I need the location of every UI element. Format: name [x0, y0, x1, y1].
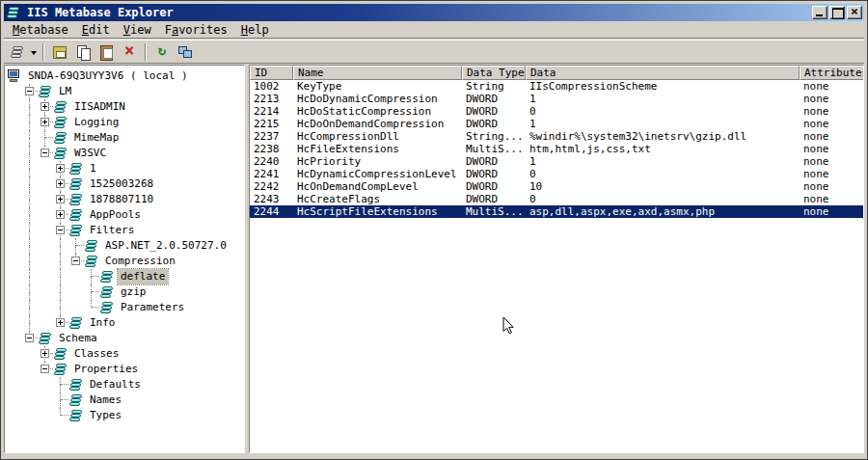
key-icon — [68, 208, 83, 222]
tree-guide — [53, 284, 68, 300]
column-header-name[interactable]: Name — [293, 66, 462, 80]
cell-name: HcOnDemandCompLevel — [293, 180, 462, 193]
cell-data-type: DWORD — [462, 193, 526, 205]
refresh-button[interactable] — [150, 41, 174, 63]
tree-item-logging[interactable]: Logging — [7, 115, 244, 130]
menu-edit[interactable]: Edit — [75, 22, 117, 38]
tree-connector — [53, 223, 68, 238]
menu-help[interactable]: Help — [234, 22, 276, 38]
paste-button[interactable] — [95, 41, 118, 63]
list-row-2213[interactable]: 2213HcDoDynamicCompressionDWORD1none — [250, 93, 864, 105]
list-row-2240[interactable]: 2240HcPriorityDWORD1none — [250, 155, 864, 168]
tree-item-info[interactable]: Info — [7, 315, 244, 331]
dropdown-arrow-icon[interactable] — [31, 51, 37, 58]
tree-guide — [53, 300, 68, 315]
tree-item-snda-69q3uyy3v6-local[interactable]: SNDA-69Q3UYY3V6 ( local ) — [7, 68, 244, 84]
list-row-1002[interactable]: 1002KeyTypeStringIIsCompressionSchemenon… — [250, 80, 864, 93]
tree-label: Filters — [87, 223, 137, 238]
tree-item-iisadmin[interactable]: IISADMIN — [7, 99, 244, 115]
tree-item-mimemap[interactable]: MimeMap — [7, 130, 244, 146]
app-window: { "window": { "title": "IIS Metabase Exp… — [0, 0, 868, 460]
tree-item-w3svc[interactable]: W3SVC — [7, 146, 244, 161]
column-header-attributes[interactable]: Attributes — [800, 66, 864, 80]
column-header-data[interactable]: Data — [526, 66, 800, 80]
computer-icon — [7, 69, 21, 83]
expand-toggle-icon[interactable] — [41, 118, 49, 126]
tree-item-compression[interactable]: Compression — [7, 254, 244, 269]
list-row-2214[interactable]: 2214HcDoStaticCompressionDWORD0none — [250, 105, 864, 118]
tree-indent — [7, 207, 22, 223]
column-header-id[interactable]: ID — [250, 66, 293, 80]
expand-toggle-icon[interactable] — [25, 334, 34, 342]
column-header-data-type[interactable]: Data Type — [462, 66, 526, 80]
maximize-button[interactable] — [829, 6, 845, 19]
expand-toggle-icon[interactable] — [41, 102, 49, 111]
minimize-button[interactable] — [812, 6, 827, 19]
expand-toggle-icon[interactable] — [41, 365, 49, 373]
tree-guide — [38, 161, 53, 176]
list-row-2243[interactable]: 2243HcCreateFlagsDWORD0none — [250, 193, 864, 205]
tree-item-filters[interactable]: Filters — [7, 223, 244, 238]
tree-item-gzip[interactable]: gzip — [7, 284, 244, 300]
expand-toggle-icon[interactable] — [56, 179, 65, 188]
key-icon — [53, 347, 68, 361]
menu-view[interactable]: View — [117, 22, 158, 38]
connect-button[interactable] — [174, 41, 197, 63]
list-row-2244[interactable]: 2244HcScriptFileExtensionsMultiS...asp,d… — [250, 205, 864, 218]
tree-connector — [38, 146, 53, 161]
copy-button[interactable] — [71, 41, 95, 63]
menu-favorites[interactable]: Favorites — [158, 22, 234, 38]
tree-item-lm[interactable]: LM — [7, 84, 244, 99]
tree-item-classes[interactable]: Classes — [7, 346, 244, 362]
expand-toggle-icon[interactable] — [71, 257, 80, 265]
expand-toggle-icon[interactable] — [56, 318, 65, 327]
tree-item-properties[interactable]: Properties — [7, 362, 244, 377]
tree-indent — [7, 176, 22, 192]
tree-connector — [38, 130, 53, 146]
cell-attributes: none — [800, 155, 864, 168]
expand-toggle-icon[interactable] — [25, 87, 34, 95]
tree-guide — [38, 408, 53, 423]
title-bar[interactable]: IIS Metabase Explorer — [4, 4, 864, 21]
tree-guide — [38, 315, 53, 331]
new-key-button[interactable] — [8, 41, 39, 63]
tree-connector — [68, 238, 84, 254]
tree-item-deflate[interactable]: deflate — [7, 269, 244, 284]
tree-item-apppools[interactable]: AppPools — [7, 207, 244, 223]
tree-item-asp-net-2-0-50727-0[interactable]: ASP.NET_2.0.50727.0 — [7, 238, 244, 254]
delete-button[interactable] — [118, 41, 141, 63]
menu-metabase[interactable]: Metabase — [6, 22, 75, 38]
tree-indent — [7, 238, 22, 254]
tree-indent — [7, 254, 22, 269]
tree-item-names[interactable]: Names — [7, 392, 244, 408]
list-row-2237[interactable]: 2237HcCompressionDllString...%windir%\sy… — [250, 130, 864, 143]
tree-item-types[interactable]: Types — [7, 408, 244, 423]
tree-guide — [22, 408, 38, 423]
tree-connector — [53, 377, 68, 392]
tree-item-parameters[interactable]: Parameters — [7, 300, 244, 315]
save-button[interactable] — [48, 41, 71, 63]
delete-icon — [122, 44, 137, 60]
expand-toggle-icon[interactable] — [56, 195, 65, 203]
tree-guide — [38, 392, 53, 408]
close-button[interactable] — [847, 6, 862, 19]
menu-bar: MetabaseEditViewFavoritesHelp — [4, 21, 864, 39]
list-row-2215[interactable]: 2215HcDoOnDemandCompressionDWORD1none — [250, 118, 864, 130]
tree-item-defaults[interactable]: Defaults — [7, 377, 244, 392]
expand-toggle-icon[interactable] — [56, 164, 65, 173]
expand-toggle-icon[interactable] — [56, 210, 65, 219]
tree-item-schema[interactable]: Schema — [7, 331, 244, 346]
expand-toggle-icon[interactable] — [41, 349, 49, 358]
list-row-2242[interactable]: 2242HcOnDemandCompLevelDWORD10none — [250, 180, 864, 193]
toolbar-separator — [145, 43, 147, 61]
list-row-2241[interactable]: 2241HcDynamicCompressionLevelDWORD0none — [250, 168, 864, 180]
new-key-icon — [10, 45, 24, 59]
tree-item-1525003268[interactable]: 1525003268 — [7, 176, 244, 192]
tree-item-1[interactable]: 1 — [7, 161, 244, 176]
expand-toggle-icon[interactable] — [56, 226, 65, 234]
expand-toggle-icon[interactable] — [41, 149, 49, 157]
list-row-2238[interactable]: 2238HcFileExtensionsMultiS...htm,html,js… — [250, 143, 864, 155]
cell-name: HcCreateFlags — [293, 193, 462, 205]
tree-item-1878807110[interactable]: 1878807110 — [7, 192, 244, 207]
cell-id: 1002 — [250, 80, 293, 93]
